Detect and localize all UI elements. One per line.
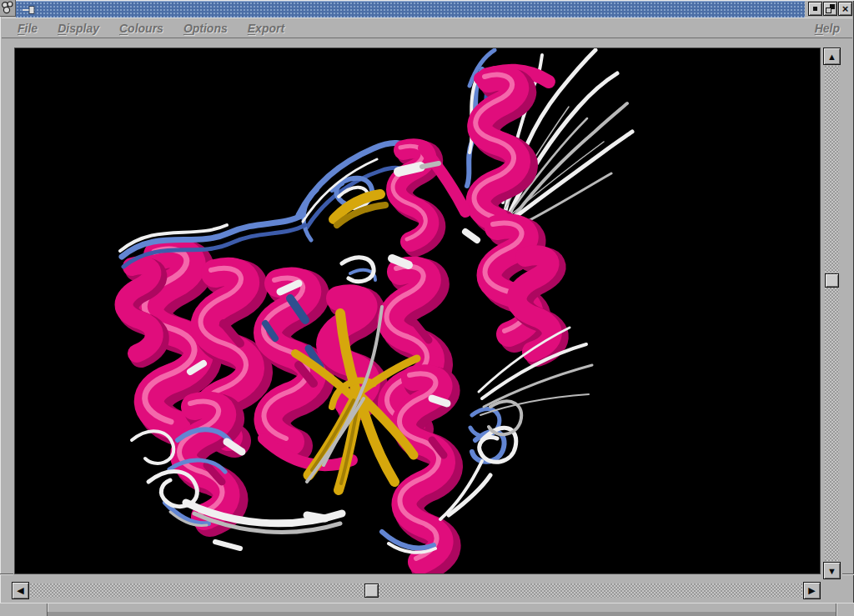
horizontal-scrollbar-thumb[interactable] xyxy=(364,583,379,598)
scroll-right-button[interactable]: ▶ xyxy=(803,582,821,599)
menu-file[interactable]: File xyxy=(18,22,38,35)
menu-display[interactable]: Display xyxy=(58,22,99,35)
resize-corner-separator-right xyxy=(836,603,836,616)
window-controls: × xyxy=(808,2,852,16)
molecule-viewport[interactable] xyxy=(14,48,821,574)
scroll-right-icon: ▶ xyxy=(808,585,815,596)
scroll-up-button[interactable]: ▲ xyxy=(823,48,841,65)
molecule-icon xyxy=(0,0,15,16)
frame-bottom-edge xyxy=(48,612,836,616)
close-icon: × xyxy=(842,3,849,14)
protein-ribbon-rendering[interactable] xyxy=(15,48,820,573)
scroll-up-icon: ▲ xyxy=(827,52,836,62)
scroll-down-icon: ▼ xyxy=(827,566,836,576)
minimize-icon xyxy=(813,7,817,11)
vertical-scrollbar-thumb[interactable] xyxy=(825,273,839,288)
titlebar[interactable] xyxy=(16,1,805,18)
horizontal-scrollbar-trough[interactable] xyxy=(30,583,802,598)
app-icon[interactable] xyxy=(0,0,16,17)
window-frame-bottom[interactable] xyxy=(0,603,854,616)
horizontal-scrollbar: ◀ ▶ xyxy=(12,582,821,601)
scroll-left-icon: ◀ xyxy=(17,585,23,596)
menu-help[interactable]: Help xyxy=(815,22,840,35)
menu-options[interactable]: Options xyxy=(183,22,228,35)
restore-button[interactable] xyxy=(823,2,837,16)
overlapping-squares-icon xyxy=(826,4,835,13)
vertical-scrollbar-trough[interactable] xyxy=(825,66,839,561)
app-window: × File Display Colours Options Export He… xyxy=(0,0,854,616)
close-button[interactable]: × xyxy=(838,2,852,16)
menu-colours[interactable]: Colours xyxy=(119,22,163,35)
pushpin-icon[interactable] xyxy=(22,4,38,16)
resize-corner-separator-right-edge xyxy=(842,573,854,574)
scroll-left-button[interactable]: ◀ xyxy=(12,582,29,599)
menubar: File Display Colours Options Export Help xyxy=(2,18,852,38)
menu-export[interactable]: Export xyxy=(248,22,284,35)
minimize-button[interactable] xyxy=(808,2,822,16)
scroll-down-button[interactable]: ▼ xyxy=(823,562,841,579)
vertical-scrollbar: ▲ ▼ xyxy=(823,48,841,579)
resize-corner-separator-left-edge xyxy=(0,573,13,574)
